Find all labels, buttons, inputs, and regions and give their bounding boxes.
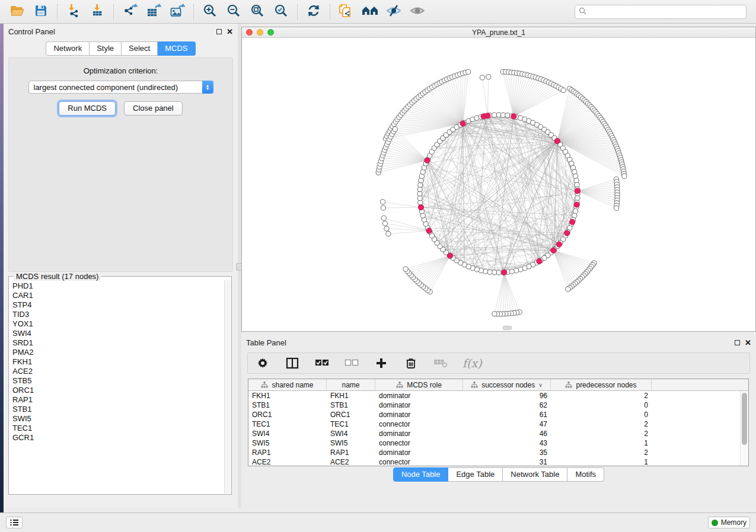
mcds-result-item[interactable]: TID3 xyxy=(12,310,224,319)
table-cell[interactable]: ACE2 xyxy=(327,458,375,466)
mcds-dominator-node[interactable] xyxy=(537,258,542,264)
import-network-button[interactable] xyxy=(62,2,85,21)
table-cell[interactable]: 2 xyxy=(551,392,652,400)
tab-select[interactable]: Select xyxy=(122,41,158,56)
memory-button[interactable]: Memory xyxy=(708,517,750,528)
network-node[interactable] xyxy=(417,196,422,200)
close-panel-icon[interactable]: ✕ xyxy=(745,340,751,345)
network-node[interactable] xyxy=(487,270,492,274)
network-node[interactable] xyxy=(573,174,578,178)
clone-network-button[interactable] xyxy=(335,2,358,21)
mcds-dominator-node[interactable] xyxy=(425,158,430,163)
tab-mcds[interactable]: MCDS xyxy=(158,41,195,56)
mcds-dominator-node[interactable] xyxy=(448,253,453,258)
column-header-predecessor-nodes[interactable]: predecessor nodes xyxy=(551,379,652,390)
table-cell[interactable]: SWI5 xyxy=(327,439,375,447)
leaf-node[interactable] xyxy=(622,174,627,178)
zoom-in-button[interactable] xyxy=(199,2,221,21)
table-cell[interactable]: FKH1 xyxy=(327,392,375,400)
tab-style[interactable]: Style xyxy=(90,41,122,56)
mcds-dominator-node[interactable] xyxy=(418,204,423,210)
select-all-icon[interactable] xyxy=(314,355,330,371)
unselect-all-icon[interactable] xyxy=(344,355,359,371)
network-node[interactable] xyxy=(496,270,501,275)
table-cell[interactable]: connector xyxy=(375,439,463,447)
network-node[interactable] xyxy=(574,178,579,183)
tab-network-table[interactable]: Network Table xyxy=(503,467,567,482)
table-row[interactable]: STB1STB1dominator620 xyxy=(248,400,740,410)
table-cell[interactable]: 61 xyxy=(463,411,551,419)
tab-network[interactable]: Network xyxy=(46,41,90,56)
table-cell[interactable]: ACE2 xyxy=(248,458,327,466)
float-panel-icon[interactable] xyxy=(216,29,222,34)
search-input[interactable] xyxy=(589,8,742,16)
table-cell[interactable]: TEC1 xyxy=(327,420,375,428)
mcds-result-item[interactable]: RAP1 xyxy=(12,395,224,405)
network-node[interactable] xyxy=(509,269,514,274)
add-row-icon[interactable] xyxy=(374,355,389,371)
network-node[interactable] xyxy=(513,268,518,273)
mcds-dominator-node[interactable] xyxy=(485,113,490,118)
table-cell[interactable]: dominator xyxy=(375,411,463,419)
table-cell[interactable]: 31 xyxy=(463,458,551,466)
table-row[interactable]: SWI5SWI5connector431 xyxy=(248,438,740,448)
table-cell[interactable]: RAP1 xyxy=(327,448,375,457)
network-node[interactable] xyxy=(418,182,423,187)
table-cell[interactable]: SWI4 xyxy=(248,430,327,438)
table-cell[interactable]: SWI5 xyxy=(248,439,327,447)
table-cell[interactable]: 46 xyxy=(463,430,551,438)
mcds-result-item[interactable]: SWI5 xyxy=(12,414,224,424)
table-cell[interactable]: STB1 xyxy=(327,401,375,409)
table-cell[interactable]: 2 xyxy=(551,448,652,457)
table-cell[interactable]: 43 xyxy=(463,439,551,447)
table-row[interactable]: RAP1RAP1dominator352 xyxy=(248,448,740,457)
column-header-successor-nodes[interactable]: successor nodes∨ xyxy=(463,379,551,390)
close-panel-button[interactable]: Close panel xyxy=(124,101,183,116)
network-node[interactable] xyxy=(492,270,496,275)
mcds-dominator-node[interactable] xyxy=(575,188,580,194)
mcds-dominator-node[interactable] xyxy=(426,228,432,233)
leaf-node[interactable] xyxy=(381,206,385,210)
optimization-criterion-select[interactable]: largest connected component (undirected)… xyxy=(28,81,213,94)
tab-node-table[interactable]: Node Table xyxy=(393,467,449,482)
horizontal-splitter-grip[interactable] xyxy=(503,326,512,330)
mcds-dominator-node[interactable] xyxy=(551,248,556,253)
network-node[interactable] xyxy=(575,182,579,187)
table-cell[interactable]: SWI4 xyxy=(327,430,375,438)
network-node[interactable] xyxy=(505,113,510,118)
table-cell[interactable]: 2 xyxy=(551,430,652,438)
network-node[interactable] xyxy=(500,113,505,117)
network-node[interactable] xyxy=(419,178,423,183)
mcds-result-item[interactable]: STB5 xyxy=(12,376,224,386)
table-cell[interactable]: connector xyxy=(375,458,463,466)
mcds-result-item[interactable]: PMA2 xyxy=(12,348,224,357)
export-image-button[interactable] xyxy=(166,2,189,21)
table-row[interactable]: ACE2ACE2connector311 xyxy=(248,457,740,466)
mcds-list-scrollbar[interactable] xyxy=(224,280,231,493)
table-row[interactable]: FKH1FKH1dominator962 xyxy=(248,391,740,400)
mcds-dominator-node[interactable] xyxy=(556,242,562,247)
leaf-node[interactable] xyxy=(486,75,491,79)
table-cell[interactable]: TEC1 xyxy=(248,420,327,428)
network-node[interactable] xyxy=(417,187,422,191)
settings-gear-icon[interactable] xyxy=(255,355,270,371)
mcds-dominator-node[interactable] xyxy=(570,219,575,225)
tab-edge-table[interactable]: Edge Table xyxy=(448,467,503,482)
table-cell[interactable]: connector xyxy=(375,420,463,428)
mcds-dominator-node[interactable] xyxy=(460,121,465,126)
network-node[interactable] xyxy=(492,113,496,117)
mcds-result-item[interactable]: STB1 xyxy=(12,405,224,414)
open-file-button[interactable] xyxy=(6,2,28,21)
table-row[interactable]: TEC1TEC1connector472 xyxy=(248,419,740,429)
network-node[interactable] xyxy=(483,269,488,274)
table-cell[interactable]: RAP1 xyxy=(248,448,327,457)
show-panels-button[interactable] xyxy=(6,517,23,528)
table-cell[interactable]: STB1 xyxy=(248,401,327,409)
leaf-node[interactable] xyxy=(380,200,385,204)
table-scrollbar[interactable] xyxy=(740,391,748,466)
column-header-MCDS-role[interactable]: MCDS role xyxy=(375,379,463,390)
table-cell[interactable]: 0 xyxy=(551,411,652,419)
zoom-out-button[interactable] xyxy=(222,2,245,21)
run-mcds-button[interactable]: Run MCDS xyxy=(59,101,116,116)
leaf-node[interactable] xyxy=(614,206,618,210)
